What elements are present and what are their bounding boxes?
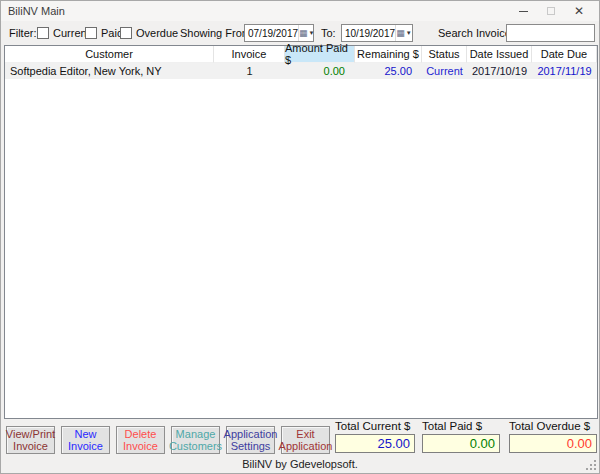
exit-application-button[interactable]: Exit Application xyxy=(281,426,330,454)
manage-customers-button[interactable]: Manage Customers xyxy=(171,426,220,454)
close-icon: ✕ xyxy=(574,5,584,17)
invoice-list-header: Customer Invoice Amount Paid $ Remaining… xyxy=(5,46,597,63)
to-date-dropdown[interactable]: ▦ ▼ xyxy=(395,25,412,41)
cell-date-due[interactable]: 2017/11/19 xyxy=(532,63,597,79)
cell-remaining[interactable]: 25.00 xyxy=(355,63,422,79)
total-overdue-label: Total Overdue $ xyxy=(509,420,590,432)
chevron-down-icon: ▼ xyxy=(309,30,315,36)
cell-customer[interactable]: Softpedia Editor, New York, NY xyxy=(5,63,214,79)
cell-invoice-number[interactable]: 1 xyxy=(214,63,285,79)
invoice-list: Customer Invoice Amount Paid $ Remaining… xyxy=(4,45,598,419)
total-current-value: 25.00 xyxy=(335,434,415,453)
column-header-remaining[interactable]: Remaining $ xyxy=(355,46,422,63)
to-label: To: xyxy=(321,27,336,39)
column-header-customer[interactable]: Customer xyxy=(5,46,214,63)
cell-status[interactable]: Current xyxy=(422,63,467,79)
checkbox-overdue-label[interactable]: Overdue xyxy=(136,27,178,39)
invoice-row[interactable]: Softpedia Editor, New York, NY 1 0.00 25… xyxy=(5,63,597,79)
minimize-button[interactable] xyxy=(509,1,537,21)
search-invoice-input[interactable] xyxy=(506,24,595,42)
calendar-icon: ▦ xyxy=(299,29,308,38)
minimize-icon xyxy=(519,11,528,12)
total-paid-value: 0.00 xyxy=(422,434,500,453)
maximize-icon xyxy=(547,7,555,15)
showing-from-label: Showing From: xyxy=(180,27,254,39)
title-bar: BiliNV Main ✕ xyxy=(1,1,599,21)
window-title: BiliNV Main xyxy=(8,5,65,17)
checkbox-paid[interactable] xyxy=(85,27,97,39)
column-header-date-due[interactable]: Date Due xyxy=(532,46,597,63)
total-overdue-value: 0.00 xyxy=(509,434,597,453)
application-settings-button[interactable]: Application Settings xyxy=(226,426,275,454)
cell-date-issued[interactable]: 2017/10/19 xyxy=(467,63,532,79)
app-window: BiliNV Main ✕ Filter: Current Paid Overd… xyxy=(0,0,600,474)
from-date-picker[interactable]: 07/19/2017 ▦ ▼ xyxy=(244,24,314,42)
column-header-amount-paid[interactable]: Amount Paid $ xyxy=(285,46,355,63)
delete-invoice-button[interactable]: Delete Invoice xyxy=(116,426,165,454)
window-controls: ✕ xyxy=(509,1,593,21)
cell-amount-paid[interactable]: 0.00 xyxy=(285,63,355,79)
checkbox-overdue[interactable] xyxy=(120,27,132,39)
close-button[interactable]: ✕ xyxy=(565,1,593,21)
chevron-down-icon: ▼ xyxy=(406,30,412,36)
total-paid-label: Total Paid $ xyxy=(422,420,482,432)
filter-label: Filter: xyxy=(9,27,37,39)
new-invoice-button[interactable]: New Invoice xyxy=(61,426,110,454)
total-current-label: Total Current $ xyxy=(335,420,410,432)
resize-grip[interactable] xyxy=(586,460,596,470)
column-header-date-issued[interactable]: Date Issued xyxy=(467,46,532,63)
column-header-status[interactable]: Status xyxy=(422,46,467,63)
search-invoice-label: Search Invoice xyxy=(438,27,511,39)
from-date-value: 07/19/2017 xyxy=(245,28,298,39)
maximize-button[interactable] xyxy=(537,1,565,21)
checkbox-current[interactable] xyxy=(37,27,49,39)
column-header-invoice[interactable]: Invoice xyxy=(214,46,285,63)
to-date-value: 10/19/2017 xyxy=(342,28,395,39)
from-date-dropdown[interactable]: ▦ ▼ xyxy=(298,25,314,41)
footer-credit: BiliNV by Gdevelopsoft. xyxy=(1,458,599,470)
view-print-invoice-button[interactable]: View/Print Invoice xyxy=(6,426,55,454)
calendar-icon: ▦ xyxy=(396,29,405,38)
to-date-picker[interactable]: 10/19/2017 ▦ ▼ xyxy=(341,24,413,42)
